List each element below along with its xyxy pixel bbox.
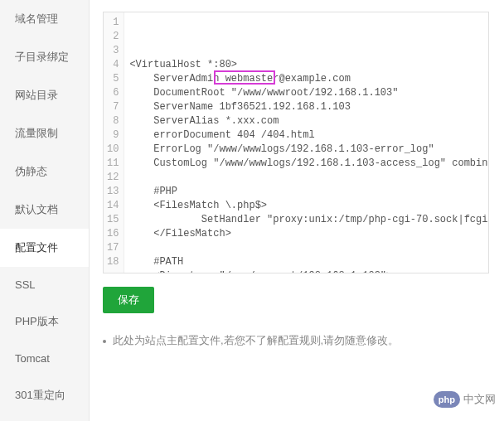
config-note: 此处为站点主配置文件,若您不了解配置规则,请勿随意修改。 [103,333,489,348]
watermark-text: 中文网 [463,392,496,407]
sidebar: 域名管理 子目录绑定 网站目录 流量限制 伪静态 默认文档 配置文件 SSL P… [0,0,90,421]
code-line[interactable]: #PATH [129,255,483,269]
save-button[interactable]: 保存 [103,287,154,313]
sidebar-item-config[interactable]: 配置文件 [0,229,89,267]
code-line[interactable]: DocumentRoot "/www/wwwroot/192.168.1.103… [129,86,483,100]
bullet-icon [103,340,106,343]
code-line[interactable]: ServerName 1bf36521.192.168.1.103 [129,100,483,114]
sidebar-item-domain[interactable]: 域名管理 [0,0,89,38]
code-line[interactable]: errorDocument 404 /404.html [129,128,483,143]
editor-gutter: 123456789101112131415161718 [104,12,124,273]
code-line[interactable]: SetHandler "proxy:unix:/tmp/php-cgi-70.s… [129,213,483,227]
app-container: 域名管理 子目录绑定 网站目录 流量限制 伪静态 默认文档 配置文件 SSL P… [0,0,504,421]
watermark: php 中文网 [434,391,496,408]
php-badge-icon: php [434,391,460,408]
sidebar-item-tomcat[interactable]: Tomcat [0,341,89,376]
sidebar-item-default-doc[interactable]: 默认文档 [0,191,89,229]
code-line[interactable]: <VirtualHost *:80> [129,58,483,72]
code-line[interactable]: </FilesMatch> [129,227,483,241]
sidebar-item-proxy[interactable]: 反向代理 [0,414,89,421]
code-line[interactable] [129,171,483,185]
sidebar-item-traffic[interactable]: 流量限制 [0,114,89,152]
main-panel: 123456789101112131415161718 <VirtualHost… [90,0,504,421]
code-line[interactable]: <Directory "/www/wwwroot/192.168.1.103"> [129,269,483,273]
code-line[interactable]: #PHP [129,185,483,199]
note-text: 此处为站点主配置文件,若您不了解配置规则,请勿随意修改。 [113,333,399,348]
sidebar-item-rewrite[interactable]: 伪静态 [0,152,89,191]
sidebar-item-301[interactable]: 301重定向 [0,376,89,414]
code-line[interactable] [129,241,483,255]
code-editor[interactable]: 123456789101112131415161718 <VirtualHost… [103,12,489,273]
code-line[interactable]: ServerAlias *.xxx.com [129,114,483,128]
code-line[interactable]: ServerAdmin webmaster@example.com [129,72,483,86]
code-line[interactable]: <FilesMatch \.php$> [129,199,483,213]
sidebar-item-subdir[interactable]: 子目录绑定 [0,38,89,76]
editor-content[interactable]: <VirtualHost *:80> ServerAdmin webmaster… [124,12,488,273]
code-line[interactable]: CustomLog "/www/wwwlogs/192.168.1.103-ac… [129,157,483,171]
sidebar-item-webdir[interactable]: 网站目录 [0,76,89,114]
sidebar-item-ssl[interactable]: SSL [0,267,89,302]
code-line[interactable]: ErrorLog "/www/wwwlogs/192.168.1.103-err… [129,143,483,157]
sidebar-item-php-version[interactable]: PHP版本 [0,302,89,341]
